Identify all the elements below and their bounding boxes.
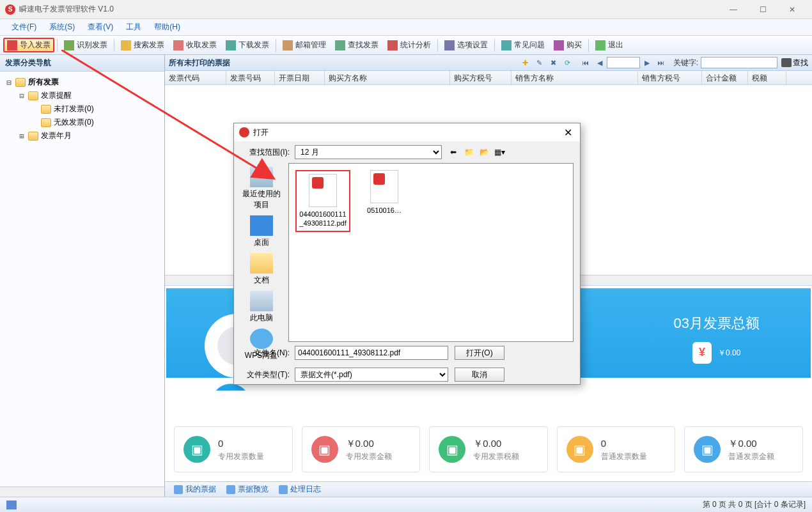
card-icon: ▣ bbox=[183, 436, 210, 463]
tb-import-invoice[interactable]: 导入发票 bbox=[3, 38, 54, 52]
file-list: 044001600111_49308112.pdf0510016… bbox=[288, 163, 574, 342]
menu-system[interactable]: 系统(S) bbox=[44, 20, 80, 35]
col-header[interactable]: 发票号码 bbox=[226, 71, 275, 84]
close-button[interactable]: ✕ bbox=[777, 0, 807, 19]
tb-faq[interactable]: 常见问题 bbox=[497, 38, 549, 52]
card-value: 0 bbox=[218, 437, 264, 451]
filename-input[interactable] bbox=[295, 346, 448, 360]
stat-card: ▣0普通发票数量 bbox=[557, 426, 676, 472]
tree-all-invoices[interactable]: ⊟所有发票 bbox=[3, 75, 162, 89]
search-button[interactable]: 查找 bbox=[781, 58, 808, 68]
tb-collect[interactable]: 收取发票 bbox=[169, 38, 221, 52]
toolbar: 导入发票 识别发票 搜索发票 收取发票 下载发票 邮箱管理 查找发票 统计分析 … bbox=[0, 36, 812, 55]
btn-refresh[interactable]: ⟳ bbox=[562, 57, 574, 68]
stat-card: ▣￥0.00专用发票税额 bbox=[429, 426, 548, 472]
card-icon: ▣ bbox=[694, 436, 721, 463]
col-header[interactable]: 销售方名称 bbox=[511, 71, 638, 84]
stat-card: ▣￥0.00普通发票金额 bbox=[684, 426, 803, 472]
filetype-select[interactable]: 票据文件(*.pdf) bbox=[295, 368, 448, 382]
col-header[interactable]: 购买方税号 bbox=[450, 71, 511, 84]
btn-edit[interactable]: ✎ bbox=[534, 57, 545, 68]
col-header[interactable]: 税额 bbox=[748, 71, 786, 84]
tb-mail[interactable]: 邮箱管理 bbox=[279, 38, 330, 52]
tree-by-year[interactable]: ⊞发票年月 bbox=[3, 129, 162, 143]
lookin-select[interactable]: 12 月 bbox=[295, 145, 442, 159]
content-title: 所有未打印的票据 bbox=[169, 58, 519, 68]
menu-file[interactable]: 文件(F) bbox=[6, 20, 42, 35]
nav-next[interactable]: ▶ bbox=[641, 57, 653, 68]
app-icon: S bbox=[5, 4, 15, 15]
col-header[interactable]: 购买方名称 bbox=[325, 71, 450, 84]
nav-page-input[interactable] bbox=[607, 57, 640, 68]
col-header[interactable]: 销售方税号 bbox=[638, 71, 702, 84]
tab-my-invoices[interactable]: 我的票据 bbox=[169, 483, 221, 496]
col-header[interactable]: 发票代码 bbox=[165, 71, 226, 84]
card-value: ￥0.00 bbox=[346, 437, 392, 451]
file-item[interactable]: 044001600111_49308112.pdf bbox=[295, 170, 350, 232]
card-value: ￥0.00 bbox=[473, 437, 519, 451]
bottom-tabs: 我的票据 票据预览 处理日志 bbox=[165, 481, 812, 497]
nav-first[interactable]: ⏮ bbox=[580, 57, 591, 68]
open-file-dialog: 打开 ✕ 查找范围(I): 12 月 ⬅ 📁 📂 ▦▾ 最近使用的项目 桌面 文… bbox=[233, 123, 581, 385]
tb-download[interactable]: 下载发票 bbox=[222, 38, 273, 52]
col-header[interactable]: 合计金额 bbox=[702, 71, 748, 84]
file-item[interactable]: 0510016… bbox=[359, 170, 409, 215]
nav-tree: ⊟所有发票 ⊟发票提醒 未打发票(0) 无效发票(0) ⊞发票年月 bbox=[0, 72, 164, 486]
card-label: 普通发票数量 bbox=[601, 451, 647, 462]
menu-view[interactable]: 查看(V) bbox=[82, 20, 118, 35]
place-documents[interactable]: 文档 bbox=[239, 253, 284, 286]
menu-help[interactable]: 帮助(H) bbox=[149, 20, 185, 35]
btn-add[interactable]: ✚ bbox=[520, 57, 531, 68]
places-bar: 最近使用的项目 桌面 文档 此电脑 WPS网盘 bbox=[234, 163, 288, 342]
tree-invalid[interactable]: 无效发票(0) bbox=[3, 116, 162, 129]
stat-card: ▣0专用发票数量 bbox=[174, 426, 293, 472]
filename-label: 文件名(N): bbox=[240, 348, 295, 359]
money-bag-icon bbox=[692, 342, 712, 364]
log-icon bbox=[279, 485, 288, 494]
card-label: 专用发票数量 bbox=[218, 451, 264, 462]
nav-prev[interactable]: ◀ bbox=[594, 57, 605, 68]
window-title: 瞬速电子发票管理软件 V1.0 bbox=[19, 4, 719, 15]
tree-reminders[interactable]: ⊟发票提醒 bbox=[3, 89, 162, 102]
tab-log[interactable]: 处理日志 bbox=[274, 483, 326, 496]
tb-stats[interactable]: 统计分析 bbox=[384, 38, 435, 52]
maximize-button[interactable]: ☐ bbox=[748, 0, 777, 19]
minimize-button[interactable]: — bbox=[719, 0, 748, 19]
lookin-label: 查找范围(I): bbox=[240, 147, 295, 158]
col-header[interactable]: 开票日期 bbox=[275, 71, 325, 84]
pdf-icon bbox=[309, 174, 337, 207]
nav-back-icon[interactable]: ⬅ bbox=[447, 146, 460, 159]
banner-amount: ￥0.00 bbox=[718, 348, 740, 359]
place-desktop[interactable]: 桌面 bbox=[239, 215, 284, 248]
place-computer[interactable]: 此电脑 bbox=[239, 291, 284, 323]
cancel-button[interactable]: 取消 bbox=[455, 368, 504, 382]
pdf-icon bbox=[370, 170, 398, 203]
dialog-close[interactable]: ✕ bbox=[561, 127, 575, 139]
keyword-label: 关键字: bbox=[673, 58, 698, 68]
sidebar-scrollbar[interactable] bbox=[0, 486, 164, 497]
nav-up-icon[interactable]: 📁 bbox=[462, 146, 475, 159]
card-icon: ▣ bbox=[311, 436, 338, 463]
nav-viewmenu-icon[interactable]: ▦▾ bbox=[493, 146, 506, 159]
file-name: 044001600111_49308112.pdf bbox=[299, 210, 347, 228]
sidebar: 发票分类导航 ⊟所有发票 ⊟发票提醒 未打发票(0) 无效发票(0) ⊞发票年月 bbox=[0, 55, 165, 497]
person-icon bbox=[174, 485, 183, 494]
card-label: 专用发票金额 bbox=[346, 451, 392, 462]
keyword-input[interactable] bbox=[701, 57, 777, 68]
nav-last[interactable]: ⏭ bbox=[655, 57, 667, 68]
nav-newfolder-icon[interactable]: 📂 bbox=[478, 146, 490, 159]
tb-find[interactable]: 查找发票 bbox=[331, 38, 382, 52]
tb-search[interactable]: 搜索发票 bbox=[117, 38, 168, 52]
open-button[interactable]: 打开(O) bbox=[455, 346, 504, 360]
btn-delete[interactable]: ✖ bbox=[548, 57, 559, 68]
tree-unprinted[interactable]: 未打发票(0) bbox=[3, 102, 162, 116]
tb-options[interactable]: 选项设置 bbox=[441, 38, 492, 52]
dialog-titlebar: 打开 ✕ bbox=[234, 123, 580, 141]
tb-recognize[interactable]: 识别发票 bbox=[60, 38, 111, 52]
card-icon: ▣ bbox=[439, 436, 465, 463]
menu-tools[interactable]: 工具 bbox=[121, 20, 146, 35]
tb-buy[interactable]: 购买 bbox=[550, 38, 586, 52]
tab-preview[interactable]: 票据预览 bbox=[221, 483, 274, 496]
tb-exit[interactable]: 退出 bbox=[591, 38, 627, 52]
place-recent[interactable]: 最近使用的项目 bbox=[239, 167, 284, 210]
